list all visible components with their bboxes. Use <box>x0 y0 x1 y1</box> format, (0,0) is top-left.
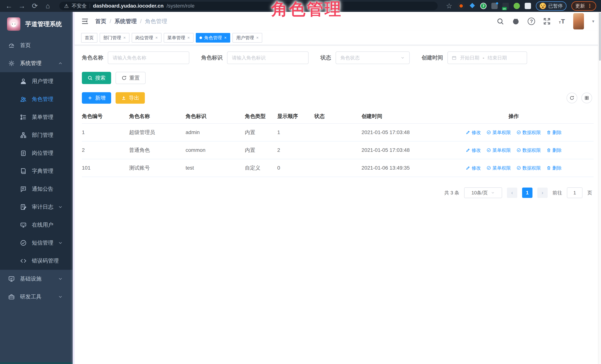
prev-page-button[interactable]: ‹ <box>507 187 517 198</box>
sidebar-item-菜单管理[interactable]: 菜单管理 <box>0 108 73 126</box>
sidebar-item-错误码管理[interactable]: 错误码管理 <box>0 252 73 270</box>
action-删除[interactable]: 删除 <box>547 147 562 153</box>
table-tools <box>567 93 592 103</box>
role-code-label: 角色标识 <box>201 54 223 61</box>
action-数据权限[interactable]: 数据权限 <box>517 147 541 153</box>
action-数据权限[interactable]: 数据权限 <box>517 129 541 136</box>
export-button[interactable]: 导出 <box>116 92 145 104</box>
next-page-button[interactable]: › <box>537 187 548 198</box>
help-icon[interactable]: ? <box>528 18 535 25</box>
sidebar-item-用户管理[interactable]: 用户管理 <box>0 72 73 90</box>
hamburger-icon[interactable] <box>81 17 89 25</box>
extension-icon[interactable] <box>469 3 475 9</box>
close-icon[interactable]: × <box>256 35 259 40</box>
page: ← → ⟳ ⌂ ⚠ 不安全 dashboard.yudao.iocoder.cn… <box>0 0 601 364</box>
action-label: 修改 <box>472 129 481 136</box>
tab-菜单管理[interactable]: 菜单管理× <box>164 33 193 43</box>
search-icon <box>87 75 93 80</box>
action-修改[interactable]: 修改 <box>466 165 481 171</box>
sidebar-item-研发工具[interactable]: 研发工具 <box>0 288 73 306</box>
search-icon[interactable] <box>497 18 504 25</box>
extension-icon[interactable] <box>502 3 509 9</box>
column-header-角色标识: 角色标识 <box>186 113 245 120</box>
action-删除[interactable]: 删除 <box>547 129 562 136</box>
action-修改[interactable]: 修改 <box>466 147 481 153</box>
tab-角色管理[interactable]: 角色管理× <box>196 33 230 43</box>
sidebar-item-首页[interactable]: 首页 <box>0 36 73 54</box>
breadcrumb-item[interactable]: 系统管理 <box>114 18 137 25</box>
sidebar-logo-row[interactable]: 芋道管理系统 <box>0 12 73 36</box>
sidebar-item-基础设施[interactable]: 基础设施 <box>0 270 73 288</box>
table-toolbar-row: 新增 导出 <box>82 92 594 104</box>
profile-paused-chip[interactable]: 已暂停 <box>536 1 567 11</box>
sidebar-item-审计日志[interactable]: 审计日志 <box>0 198 73 216</box>
breadcrumb-item: 角色管理 <box>145 18 167 25</box>
sidebar-item-角色管理[interactable]: 角色管理 <box>0 90 73 108</box>
tags-view-bar: 首页部门管理×岗位管理×菜单管理×角色管理×用户管理× <box>74 31 601 45</box>
extension-icon[interactable] <box>514 3 520 9</box>
fullscreen-icon[interactable] <box>543 18 551 25</box>
browser-forward-icon[interactable]: → <box>18 2 26 10</box>
tab-label: 角色管理 <box>204 35 222 41</box>
browser-home-icon[interactable]: ⌂ <box>44 2 52 10</box>
sidebar-item-部门管理[interactable]: 部门管理 <box>0 126 73 144</box>
bookmark-star-icon[interactable]: ☆ <box>445 2 453 10</box>
sidebar-item-系统管理[interactable]: 系统管理 <box>0 54 73 72</box>
browser-reload-icon[interactable]: ⟳ <box>31 2 39 10</box>
sidebar-item-岗位管理[interactable]: 岗位管理 <box>0 144 73 162</box>
close-icon[interactable]: × <box>224 35 227 40</box>
tab-首页[interactable]: 首页 <box>81 33 97 43</box>
sidebar-item-短信管理[interactable]: 短信管理 <box>0 234 73 252</box>
column-settings-button[interactable] <box>581 93 592 103</box>
role-name-input[interactable] <box>108 51 189 64</box>
goto-page-input[interactable] <box>567 187 582 198</box>
cell: admin <box>186 129 245 135</box>
action-删除[interactable]: 删除 <box>547 165 562 171</box>
extension-icon[interactable] <box>480 3 487 9</box>
extensions-puzzle-icon[interactable] <box>525 3 531 9</box>
github-icon[interactable] <box>512 18 520 25</box>
role-code-input[interactable] <box>227 51 309 64</box>
close-icon[interactable]: × <box>187 35 190 40</box>
extension-icon[interactable] <box>458 3 464 9</box>
action-数据权限[interactable]: 数据权限 <box>517 165 541 171</box>
sidebar-item-通知公告[interactable]: 通知公告 <box>0 180 73 198</box>
toggle-knob <box>308 169 314 175</box>
sidebar-menu: 首页系统管理用户管理角色管理菜单管理部门管理岗位管理字典管理通知公告审计日志在线… <box>0 36 73 362</box>
browser-back-icon[interactable]: ← <box>5 2 13 10</box>
scrollbar-thumb[interactable] <box>599 13 601 61</box>
sidebar-scrollbar[interactable] <box>71 12 72 364</box>
user-avatar[interactable] <box>573 13 584 30</box>
sidebar-item-字典管理[interactable]: 字典管理 <box>0 162 73 180</box>
current-page-button[interactable]: 1 <box>522 187 532 198</box>
action-菜单权限[interactable]: 菜单权限 <box>487 129 511 136</box>
tab-岗位管理[interactable]: 岗位管理× <box>132 33 161 43</box>
page-size-select[interactable]: 10条/页 <box>464 187 502 198</box>
font-size-icon[interactable]: тT <box>559 18 565 25</box>
reset-button[interactable]: 重置 <box>116 72 146 84</box>
tab-部门管理[interactable]: 部门管理× <box>100 33 130 43</box>
status-select[interactable]: 角色状态 <box>336 51 410 64</box>
add-button[interactable]: 新增 <box>82 92 111 104</box>
action-菜单权限[interactable]: 菜单权限 <box>487 165 511 171</box>
calendar-icon <box>451 55 457 60</box>
extension-icon[interactable] <box>491 3 498 9</box>
breadcrumb-item[interactable]: 首页 <box>95 18 106 25</box>
action-修改[interactable]: 修改 <box>466 129 481 136</box>
close-icon[interactable]: × <box>123 35 126 40</box>
refresh-table-button[interactable] <box>567 93 577 103</box>
sidebar-item-在线用户[interactable]: 在线用户 <box>0 216 73 234</box>
address-bar[interactable]: ⚠ 不安全 dashboard.yudao.iocoder.cn /system… <box>59 2 438 10</box>
user-icon <box>20 78 27 85</box>
toggle-knob <box>308 151 314 157</box>
chevron-down-icon[interactable]: ▾ <box>592 19 594 24</box>
date-range-picker[interactable]: 开始日期 - 结束日期 <box>448 51 527 64</box>
page-scrollbar[interactable] <box>598 12 601 364</box>
browser-update-chip[interactable]: 更新 ⋮ <box>571 1 596 11</box>
browser-menu-kebab-icon[interactable]: ⋮ <box>587 4 592 8</box>
close-icon[interactable]: × <box>155 35 158 40</box>
tab-用户管理[interactable]: 用户管理× <box>232 33 262 43</box>
search-button[interactable]: 搜索 <box>82 72 111 84</box>
cell: 内置 <box>245 147 277 154</box>
action-菜单权限[interactable]: 菜单权限 <box>487 147 511 153</box>
